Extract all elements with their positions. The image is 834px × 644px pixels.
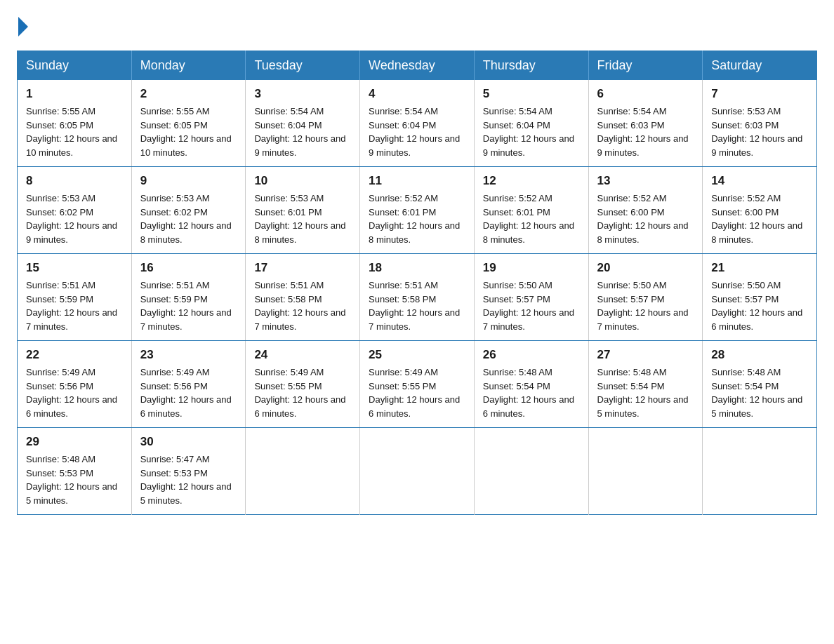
day-cell: 28 Sunrise: 5:48 AM Sunset: 5:54 PM Dayl… xyxy=(703,341,817,428)
day-cell: 11 Sunrise: 5:52 AM Sunset: 6:01 PM Dayl… xyxy=(360,167,475,254)
day-cell: 8 Sunrise: 5:53 AM Sunset: 6:02 PM Dayli… xyxy=(18,167,132,254)
day-info: Sunrise: 5:50 AM Sunset: 5:57 PM Dayligh… xyxy=(483,279,580,333)
day-number: 16 xyxy=(140,261,237,275)
day-cell: 10 Sunrise: 5:53 AM Sunset: 6:01 PM Dayl… xyxy=(246,167,360,254)
day-info: Sunrise: 5:51 AM Sunset: 5:58 PM Dayligh… xyxy=(254,279,351,333)
day-number: 11 xyxy=(369,174,465,188)
header-friday: Friday xyxy=(588,51,703,81)
day-info: Sunrise: 5:54 AM Sunset: 6:04 PM Dayligh… xyxy=(254,105,351,159)
day-info: Sunrise: 5:54 AM Sunset: 6:04 PM Dayligh… xyxy=(369,105,465,159)
calendar-header-row: SundayMondayTuesdayWednesdayThursdayFrid… xyxy=(18,51,817,81)
day-number: 8 xyxy=(26,174,123,188)
header-wednesday: Wednesday xyxy=(360,51,475,81)
day-info: Sunrise: 5:49 AM Sunset: 5:56 PM Dayligh… xyxy=(140,365,237,420)
day-number: 21 xyxy=(711,261,808,275)
day-cell: 22 Sunrise: 5:49 AM Sunset: 5:56 PM Dayl… xyxy=(18,341,132,428)
day-number: 20 xyxy=(597,261,694,275)
day-cell: 30 Sunrise: 5:47 AM Sunset: 5:53 PM Dayl… xyxy=(131,428,246,515)
day-number: 23 xyxy=(140,348,237,362)
header xyxy=(17,17,817,36)
day-number: 18 xyxy=(369,261,465,275)
day-cell xyxy=(474,428,588,515)
day-number: 9 xyxy=(140,174,237,188)
logo xyxy=(17,17,29,36)
day-info: Sunrise: 5:52 AM Sunset: 6:00 PM Dayligh… xyxy=(711,192,808,246)
day-number: 27 xyxy=(597,348,694,362)
day-number: 10 xyxy=(254,174,351,188)
day-number: 29 xyxy=(26,435,123,449)
day-info: Sunrise: 5:50 AM Sunset: 5:57 PM Dayligh… xyxy=(597,279,694,333)
day-number: 2 xyxy=(140,87,237,101)
day-info: Sunrise: 5:49 AM Sunset: 5:56 PM Dayligh… xyxy=(26,365,123,420)
day-info: Sunrise: 5:48 AM Sunset: 5:54 PM Dayligh… xyxy=(597,365,694,420)
day-cell: 9 Sunrise: 5:53 AM Sunset: 6:02 PM Dayli… xyxy=(131,167,246,254)
day-cell: 7 Sunrise: 5:53 AM Sunset: 6:03 PM Dayli… xyxy=(703,80,817,167)
day-info: Sunrise: 5:53 AM Sunset: 6:02 PM Dayligh… xyxy=(140,192,237,246)
day-info: Sunrise: 5:47 AM Sunset: 5:53 PM Dayligh… xyxy=(140,452,237,507)
day-number: 4 xyxy=(369,87,465,101)
day-number: 17 xyxy=(254,261,351,275)
day-cell: 2 Sunrise: 5:55 AM Sunset: 6:05 PM Dayli… xyxy=(131,80,246,167)
day-number: 28 xyxy=(711,348,808,362)
day-info: Sunrise: 5:54 AM Sunset: 6:04 PM Dayligh… xyxy=(483,105,580,159)
day-info: Sunrise: 5:51 AM Sunset: 5:59 PM Dayligh… xyxy=(26,279,123,333)
header-saturday: Saturday xyxy=(703,51,817,81)
day-cell: 27 Sunrise: 5:48 AM Sunset: 5:54 PM Dayl… xyxy=(588,341,703,428)
day-info: Sunrise: 5:48 AM Sunset: 5:54 PM Dayligh… xyxy=(483,365,580,420)
day-cell: 14 Sunrise: 5:52 AM Sunset: 6:00 PM Dayl… xyxy=(703,167,817,254)
day-cell xyxy=(703,428,817,515)
day-cell: 3 Sunrise: 5:54 AM Sunset: 6:04 PM Dayli… xyxy=(246,80,360,167)
day-number: 5 xyxy=(483,87,580,101)
day-number: 30 xyxy=(140,435,237,449)
day-number: 14 xyxy=(711,174,808,188)
day-cell: 24 Sunrise: 5:49 AM Sunset: 5:55 PM Dayl… xyxy=(246,341,360,428)
day-info: Sunrise: 5:53 AM Sunset: 6:02 PM Dayligh… xyxy=(26,192,123,246)
week-row-5: 29 Sunrise: 5:48 AM Sunset: 5:53 PM Dayl… xyxy=(18,428,817,515)
day-cell: 1 Sunrise: 5:55 AM Sunset: 6:05 PM Dayli… xyxy=(18,80,132,167)
day-info: Sunrise: 5:52 AM Sunset: 6:01 PM Dayligh… xyxy=(483,192,580,246)
day-number: 22 xyxy=(26,348,123,362)
header-monday: Monday xyxy=(131,51,246,81)
day-number: 13 xyxy=(597,174,694,188)
day-cell: 5 Sunrise: 5:54 AM Sunset: 6:04 PM Dayli… xyxy=(474,80,588,167)
day-info: Sunrise: 5:50 AM Sunset: 5:57 PM Dayligh… xyxy=(711,279,808,333)
day-cell: 29 Sunrise: 5:48 AM Sunset: 5:53 PM Dayl… xyxy=(18,428,132,515)
day-cell: 21 Sunrise: 5:50 AM Sunset: 5:57 PM Dayl… xyxy=(703,254,817,341)
day-info: Sunrise: 5:54 AM Sunset: 6:03 PM Dayligh… xyxy=(597,105,694,159)
day-cell xyxy=(246,428,360,515)
day-cell: 15 Sunrise: 5:51 AM Sunset: 5:59 PM Dayl… xyxy=(18,254,132,341)
day-cell: 19 Sunrise: 5:50 AM Sunset: 5:57 PM Dayl… xyxy=(474,254,588,341)
week-row-1: 1 Sunrise: 5:55 AM Sunset: 6:05 PM Dayli… xyxy=(18,80,817,167)
day-info: Sunrise: 5:49 AM Sunset: 5:55 PM Dayligh… xyxy=(369,365,465,420)
day-cell: 6 Sunrise: 5:54 AM Sunset: 6:03 PM Dayli… xyxy=(588,80,703,167)
day-info: Sunrise: 5:48 AM Sunset: 5:53 PM Dayligh… xyxy=(26,452,123,507)
day-info: Sunrise: 5:53 AM Sunset: 6:03 PM Dayligh… xyxy=(711,105,808,159)
week-row-3: 15 Sunrise: 5:51 AM Sunset: 5:59 PM Dayl… xyxy=(18,254,817,341)
day-cell: 4 Sunrise: 5:54 AM Sunset: 6:04 PM Dayli… xyxy=(360,80,475,167)
day-number: 15 xyxy=(26,261,123,275)
day-cell: 20 Sunrise: 5:50 AM Sunset: 5:57 PM Dayl… xyxy=(588,254,703,341)
day-info: Sunrise: 5:52 AM Sunset: 6:00 PM Dayligh… xyxy=(597,192,694,246)
day-cell: 25 Sunrise: 5:49 AM Sunset: 5:55 PM Dayl… xyxy=(360,341,475,428)
day-info: Sunrise: 5:51 AM Sunset: 5:58 PM Dayligh… xyxy=(369,279,465,333)
day-number: 7 xyxy=(711,87,808,101)
day-number: 6 xyxy=(597,87,694,101)
day-cell: 12 Sunrise: 5:52 AM Sunset: 6:01 PM Dayl… xyxy=(474,167,588,254)
day-cell: 17 Sunrise: 5:51 AM Sunset: 5:58 PM Dayl… xyxy=(246,254,360,341)
header-tuesday: Tuesday xyxy=(246,51,360,81)
day-cell xyxy=(360,428,475,515)
day-number: 12 xyxy=(483,174,580,188)
day-info: Sunrise: 5:51 AM Sunset: 5:59 PM Dayligh… xyxy=(140,279,237,333)
day-info: Sunrise: 5:55 AM Sunset: 6:05 PM Dayligh… xyxy=(140,105,237,159)
calendar-table: SundayMondayTuesdayWednesdayThursdayFrid… xyxy=(17,51,817,515)
day-info: Sunrise: 5:49 AM Sunset: 5:55 PM Dayligh… xyxy=(254,365,351,420)
day-cell: 26 Sunrise: 5:48 AM Sunset: 5:54 PM Dayl… xyxy=(474,341,588,428)
day-info: Sunrise: 5:55 AM Sunset: 6:05 PM Dayligh… xyxy=(26,105,123,159)
day-info: Sunrise: 5:48 AM Sunset: 5:54 PM Dayligh… xyxy=(711,365,808,420)
day-number: 1 xyxy=(26,87,123,101)
day-cell: 16 Sunrise: 5:51 AM Sunset: 5:59 PM Dayl… xyxy=(131,254,246,341)
day-cell: 18 Sunrise: 5:51 AM Sunset: 5:58 PM Dayl… xyxy=(360,254,475,341)
logo-triangle-icon xyxy=(18,17,28,36)
header-sunday: Sunday xyxy=(18,51,132,81)
day-info: Sunrise: 5:52 AM Sunset: 6:01 PM Dayligh… xyxy=(369,192,465,246)
